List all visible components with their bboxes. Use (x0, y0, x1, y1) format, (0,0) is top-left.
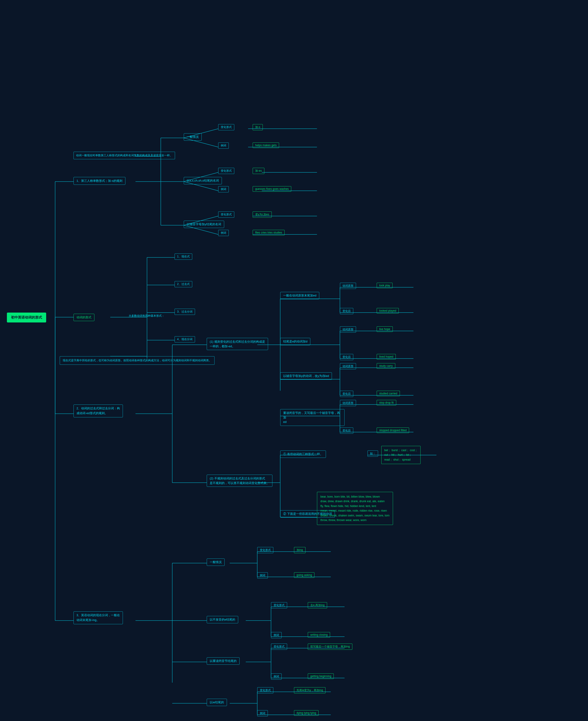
leaf-change-double-ing: 变化形式 (271, 644, 287, 650)
leaf-past: 2、过去式 (174, 281, 192, 287)
branch-double-ing: 以重读闭音节结尾的 (207, 657, 239, 665)
leaf-base-stop-val: stop drop fit (377, 400, 396, 405)
leaf-example-ing-label: 例词 (257, 572, 268, 579)
branch-third-person: 1、第三人称单数形式；加-s的规则 (74, 177, 125, 185)
branch-e-ing: 以不发音的e结尾的 (207, 616, 238, 623)
leaf-example-y-val: flies cries tries studies (253, 230, 285, 235)
leaf-after-look-val: looked played (377, 308, 399, 314)
leaf-example-y-label: 例词 (218, 230, 229, 236)
branch-y-ed: 以辅音字母加y的动词，改y为i加ed (280, 372, 332, 380)
leaf-change-es: 变化形式 (218, 168, 234, 174)
leaf-r2-eg-val: bet； burst； cast； cost； cut； hit； hurt； … (381, 446, 421, 464)
leaf-after-live: 变化后 (340, 354, 353, 360)
leaf-example-e-ing-label: 例词 (271, 632, 281, 638)
branch-verb-form: 动词的形式 (74, 314, 94, 321)
leaf-base-live-val: live hope (377, 326, 393, 332)
leaf-example-ie-ing-label: 例词 (257, 710, 268, 716)
branch-r2-same: ① 有些动词的三种形式一样。 (280, 450, 326, 458)
branch-rule2: (2) 不规则动词的过去式及过去分词的形式 是不规则的，可以查不规则动词变化形式… (207, 475, 272, 487)
branch-ie-ing: 以ie结尾的 (207, 699, 227, 706)
leaf-r2-irregular-val: bear, bore, born bite, bit, bitten blow,… (317, 492, 393, 525)
leaf-change-es-val: 加-es (253, 168, 265, 174)
branch-general-ed: 一般在动词原形末尾加ed (280, 292, 319, 299)
leaf-base-live: 动词原形 (340, 326, 356, 333)
leaf-change-y: 变化形式 (218, 212, 234, 218)
leaf-change-ie-ing: 变化形式 (257, 687, 273, 694)
leaf-present: 1、现在式 (174, 254, 192, 260)
leaf-change-y-val: 变y为i,加es (253, 212, 272, 218)
leaf-change-e-ing: 变化形式 (271, 602, 287, 608)
branch-y-ending: 以辅音字母加y结尾的名词 (184, 221, 224, 228)
leaf-after-live-val: lived hoped (377, 354, 396, 359)
leaf-after-look: 变化后 (340, 308, 353, 314)
leaf-example-ing-val: going asking (294, 572, 314, 578)
leaf-base-look-val: look play (377, 283, 393, 288)
branch-present-participle: 3、英语动词的现在分词，一般在 动词末尾加-ing。 (74, 612, 123, 624)
leaf-after-study-val: studied carried (377, 391, 400, 396)
leaf-base-study-val: study carry (377, 363, 395, 369)
branch-double-ed: 重读闭音节的，又写最后一个辅音字母，再加 ed (280, 409, 344, 426)
root-node: 初中英语动词的形式 (7, 313, 46, 322)
leaf-base-study: 动词原形 (340, 363, 356, 369)
branch-general-s: 一般情况 (184, 133, 202, 141)
leaf-change-double-ing-val: 双写最后一个辅音字母，再加ing (308, 644, 352, 650)
watermark-1: 初中英语 (90, 75, 167, 134)
leaf-change-ing-val: 加ing (294, 547, 306, 553)
desc-four-forms: 大多数动词有四种基本形式： (129, 314, 165, 318)
branch-rule1: (1) 规则变化的过去式和过去分词的构成是 一样的，都加-ed。 (207, 338, 268, 350)
branch-general-ing: 一般情况 (207, 559, 225, 566)
watermark-4: 动词形式 (113, 558, 189, 616)
leaf-after-stop: 变化后 (340, 427, 353, 434)
leaf-change-s-val: 加-s (253, 124, 263, 130)
desc-third-person: 动词一般现在时单数第三人称形式的构成和名词复数的构成及及读音完全一样。 (74, 152, 175, 159)
leaf-past-participle: 3、过去分词 (174, 309, 195, 315)
leaf-example-s-val: helps makes gets (253, 142, 279, 148)
branch-s-ending: 以s,x,ch,sh,o结尾的名词 (184, 177, 222, 184)
leaf-base-stop: 动词原形 (340, 400, 356, 406)
leaf-present-participle: 4、现在分词 (174, 336, 195, 342)
leaf-r2-eg-label: 如： (368, 450, 378, 457)
leaf-example-double-ing-label: 例词 (271, 674, 281, 680)
leaf-change-s: 变化形式 (218, 124, 234, 130)
leaf-example-s-label: 例词 (218, 142, 229, 149)
branch-past-tense: 2、动词的过去式和过去分词：构 成动词-ed形式的规则。 (74, 404, 123, 417)
leaf-change-ie-ing-val: 先将ie变为y，再加ing (294, 687, 326, 694)
leaf-example-es-label: 例词 (218, 186, 229, 193)
leaf-change-e-ing-val: 去e,再加ing (308, 602, 327, 608)
mind-map-container: 初中英语动词的形式 动词的形式 大多数动词有四种基本形式： 1、现在式 2、过去… (0, 0, 588, 721)
leaf-example-double-ing-val: getting beginning (308, 674, 334, 679)
leaf-after-stop-val: stopped dropped fitted (377, 427, 409, 433)
leaf-example-ie-ing-val: dying lying tying (294, 710, 319, 716)
leaf-base-look: 动词原形 (340, 283, 356, 289)
leaf-change-ing: 变化形式 (257, 547, 273, 553)
leaf-example-e-ing-val: writing closing (308, 632, 330, 638)
desc-present-form: 现在式是字典中所给的形式，也可称为动词原形。按照动词各种形式的构成方法，动词可分… (60, 356, 214, 365)
branch-e-ed: 结尾是e的动词加d (280, 338, 310, 345)
leaf-after-study: 变化后 (340, 391, 353, 397)
leaf-example-es-val: guesses fixes goes washes (253, 186, 291, 192)
